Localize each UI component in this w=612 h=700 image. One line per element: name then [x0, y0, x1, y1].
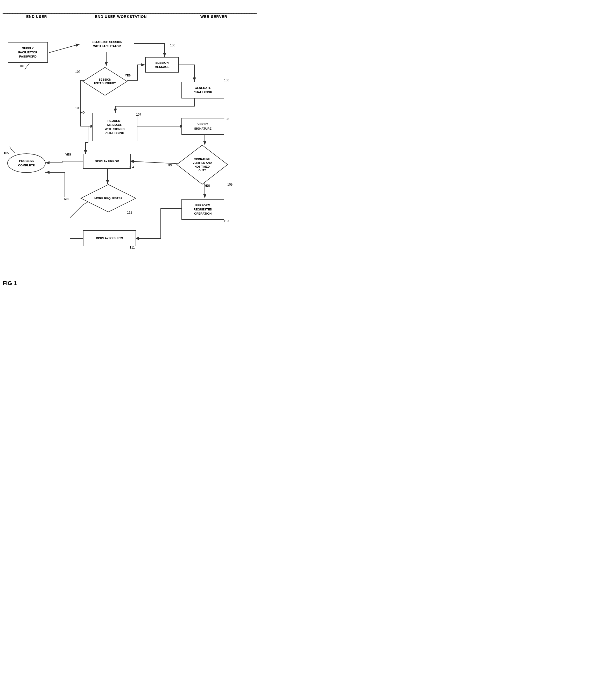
- svg-line-6: [130, 161, 180, 164]
- col-end-user: END USER: [3, 15, 71, 19]
- more-requests-diamond: MORE REQUESTS?: [80, 184, 136, 212]
- session-message-box: SESSIONMESSAGE: [145, 57, 179, 73]
- label-100: 100: [170, 44, 175, 47]
- yes-more-label: YES: [65, 153, 71, 156]
- label-106: 106: [224, 79, 229, 82]
- supply-facilitator-box: SUPPLYFACILITATORPASSWORD: [8, 42, 48, 63]
- label-105: 105: [4, 151, 9, 155]
- no-more-label: NO: [64, 197, 69, 200]
- perform-operation-box: PERFORMREQUESTEDOPERATION: [181, 199, 224, 220]
- label-104: 104: [129, 165, 134, 169]
- col-web-server: WEB SERVER: [171, 15, 256, 19]
- label-108: 108: [224, 117, 229, 121]
- no-sig-label: NO: [168, 164, 172, 167]
- label-101: 101: [19, 64, 25, 68]
- svg-line-2: [49, 44, 80, 53]
- label-112: 112: [127, 211, 132, 214]
- label-107: 107: [136, 113, 141, 116]
- display-results-box: DISPLAY RESULTS: [83, 230, 136, 246]
- no-session-label: NO: [80, 111, 85, 114]
- label-102: 102: [75, 70, 80, 74]
- display-error-box: DISPLAY ERROR: [83, 154, 131, 169]
- session-established-diamond: SESSIONESTABLISHED?: [82, 67, 127, 96]
- fig-label: FIG 1: [3, 280, 17, 286]
- yes-session-label: YES: [125, 74, 131, 77]
- label-109: 109: [227, 183, 233, 186]
- col-workstation: END USER WORKSTATION: [71, 15, 171, 19]
- sig-verified-diamond: SIGNATUREVERIFIED ANDNOT TIMEDOUT?: [176, 145, 228, 185]
- label-103: 103: [75, 106, 80, 110]
- label-110: 110: [223, 219, 228, 223]
- process-complete-oval: PROCESSCOMPLETE: [7, 153, 46, 173]
- verify-signature-box: VERIFYSIGNATURE: [181, 118, 224, 135]
- label-111: 111: [130, 246, 135, 249]
- yes-sig-label: YES: [204, 184, 210, 187]
- request-message-box: REQUESTMESSAGEWITH SIGNEDCHALLENGE: [92, 113, 137, 141]
- establish-session-box: ESTABLISH SESSIONWITH FACILITATOR: [80, 36, 134, 52]
- generate-challenge-box: GENERATECHALLENGE: [181, 82, 224, 98]
